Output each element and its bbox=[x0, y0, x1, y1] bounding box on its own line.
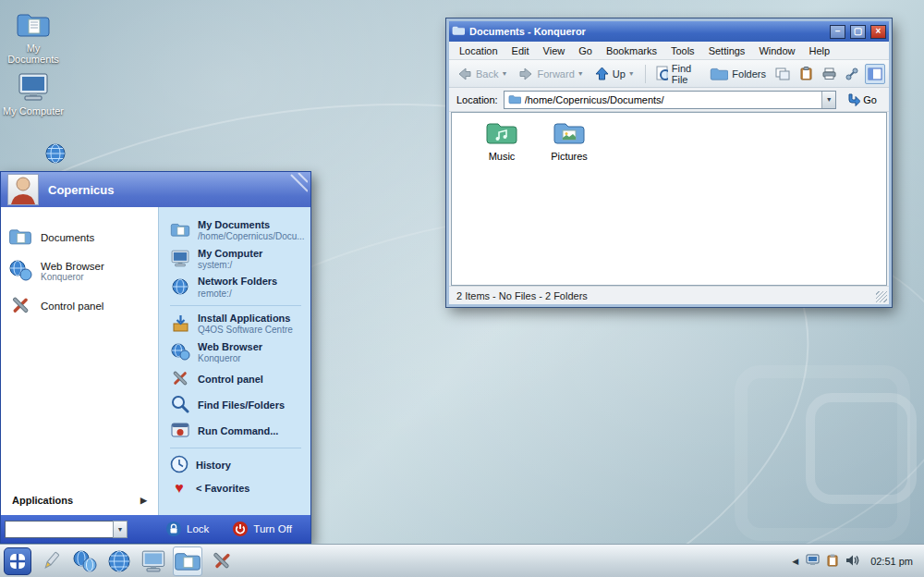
menu-go[interactable]: Go bbox=[578, 45, 592, 56]
folder-icon bbox=[8, 227, 32, 248]
up-arrow-icon bbox=[595, 67, 609, 80]
documents-folder-icon bbox=[16, 11, 51, 41]
start-menu-header: Copernicus bbox=[1, 172, 310, 207]
user-avatar bbox=[7, 174, 39, 205]
back-arrow-icon bbox=[457, 68, 472, 80]
desktop[interactable]: My Documents My Computer Documents - Kon… bbox=[0, 0, 924, 577]
submenu-arrow-icon: ▶ bbox=[140, 496, 147, 505]
menu-view[interactable]: View bbox=[543, 45, 565, 56]
desktop-icon-my-documents[interactable]: My Documents bbox=[0, 11, 67, 65]
launcher-settings-tools-icon[interactable] bbox=[207, 546, 237, 576]
location-input[interactable] bbox=[525, 92, 819, 107]
tray-display-icon[interactable] bbox=[806, 554, 820, 568]
new-window-icon[interactable] bbox=[772, 64, 793, 84]
heart-icon: ♥ bbox=[170, 481, 188, 496]
start-right-item-favorites[interactable]: ♥ < Favorites bbox=[159, 478, 310, 498]
start-menu: Copernicus Documents Web Browser Konquer… bbox=[0, 171, 311, 544]
start-left-item-control-panel[interactable]: Control panel bbox=[1, 288, 158, 324]
tray-collapse-arrow-icon[interactable]: ◀ bbox=[792, 557, 798, 566]
menu-bookmarks[interactable]: Bookmarks bbox=[606, 45, 657, 56]
forward-arrow-icon bbox=[518, 68, 533, 80]
small-folder-icon bbox=[508, 94, 521, 104]
print-icon[interactable] bbox=[819, 64, 839, 84]
start-left-item-web-browser[interactable]: Web Browser Konqueror bbox=[1, 253, 158, 288]
menu-settings[interactable]: Settings bbox=[709, 45, 746, 56]
up-button[interactable]: Up▼ bbox=[590, 64, 639, 83]
header-decoration bbox=[280, 173, 308, 199]
go-arrow-icon bbox=[846, 92, 860, 106]
status-text: 2 Items - No Files - 2 Folders bbox=[456, 290, 588, 301]
start-right-item-history[interactable]: History bbox=[159, 452, 310, 478]
find-file-button[interactable]: Find File bbox=[650, 60, 703, 88]
desktop-icon-my-computer[interactable]: My Computer bbox=[0, 72, 67, 117]
file-item-pictures[interactable]: Pictures bbox=[540, 120, 599, 162]
close-button[interactable]: × bbox=[870, 25, 886, 39]
pictures-folder-icon bbox=[553, 120, 586, 148]
clipboard-icon[interactable] bbox=[796, 64, 816, 84]
desktop-icon-label: My Documents bbox=[0, 43, 67, 65]
resize-grip[interactable] bbox=[876, 291, 887, 302]
applications-menu-item[interactable]: Applications ▶ bbox=[1, 487, 158, 509]
system-tray: ◀ 02:51 pm bbox=[792, 554, 920, 569]
sidebar-toggle-icon[interactable] bbox=[865, 64, 885, 84]
tools-icon bbox=[8, 294, 32, 318]
launcher-konqueror-icon[interactable] bbox=[104, 546, 134, 576]
maximize-button[interactable]: ▢ bbox=[850, 25, 866, 39]
menu-edit[interactable]: Edit bbox=[512, 45, 529, 56]
konqueror-window: Documents - Konqueror – ▢ × Location Edi… bbox=[446, 18, 892, 307]
menu-help[interactable]: Help bbox=[809, 45, 831, 56]
start-right-item-install-applications[interactable]: Install ApplicationsQ4OS Software Centre bbox=[159, 310, 310, 338]
start-menu-button[interactable] bbox=[4, 547, 31, 575]
padlock-icon bbox=[166, 522, 181, 536]
location-dropdown-arrow-icon[interactable]: ▼ bbox=[821, 92, 835, 108]
tray-volume-icon[interactable] bbox=[845, 554, 859, 569]
menu-location[interactable]: Location bbox=[459, 45, 498, 56]
link-icon[interactable] bbox=[842, 64, 862, 84]
folders-button[interactable]: Folders bbox=[705, 64, 771, 84]
location-combobox[interactable]: ▼ bbox=[504, 91, 837, 109]
window-titlebar[interactable]: Documents - Konqueror – ▢ × bbox=[449, 21, 889, 42]
launcher-pen-icon[interactable] bbox=[36, 546, 66, 576]
forward-button[interactable]: Forward▼ bbox=[514, 65, 588, 83]
clock[interactable]: 02:51 pm bbox=[867, 556, 917, 567]
lock-button[interactable]: Lock bbox=[159, 520, 216, 538]
taskbar: ◀ 02:51 pm bbox=[0, 544, 924, 577]
start-right-item-find-files[interactable]: Find Files/Folders bbox=[159, 392, 310, 418]
minimize-button[interactable]: – bbox=[830, 25, 845, 39]
menu-tools[interactable]: Tools bbox=[671, 45, 695, 56]
start-menu-favorites-pane: Documents Web Browser Konqueror Control … bbox=[1, 207, 158, 515]
search-dropdown-arrow-icon[interactable]: ▼ bbox=[113, 521, 128, 538]
start-right-item-web-browser[interactable]: Web BrowserKonqueror bbox=[159, 338, 310, 367]
install-icon bbox=[170, 313, 190, 334]
start-right-item-network-folders[interactable]: Network Foldersremote:/ bbox=[159, 273, 310, 301]
file-name: Music bbox=[489, 151, 516, 162]
start-right-item-run-command[interactable]: Run Command... bbox=[159, 418, 310, 444]
history-clock-icon bbox=[170, 455, 188, 475]
status-bar: 2 Items - No Files - 2 Folders bbox=[449, 286, 889, 304]
launcher-network-globes-icon[interactable] bbox=[70, 546, 100, 576]
turn-off-button[interactable]: Turn Off bbox=[225, 520, 299, 538]
toolbar-separator bbox=[645, 65, 646, 83]
launcher-file-manager-icon[interactable] bbox=[173, 546, 202, 576]
start-left-item-documents[interactable]: Documents bbox=[1, 222, 158, 253]
start-right-item-my-computer[interactable]: My Computersystem:/ bbox=[159, 245, 310, 274]
tray-clipboard-icon[interactable] bbox=[827, 554, 838, 569]
documents-folder-icon bbox=[170, 222, 190, 239]
q4os-logo-icon bbox=[8, 552, 27, 571]
file-view[interactable]: Music Pictures bbox=[451, 112, 887, 286]
start-right-item-my-documents[interactable]: My Documents/home/Copernicus/Docu... bbox=[159, 216, 310, 245]
file-item-music[interactable]: Music bbox=[472, 120, 531, 162]
launcher-display-icon[interactable] bbox=[139, 546, 168, 576]
folders-icon bbox=[710, 67, 728, 81]
web-browser-icon bbox=[170, 342, 190, 362]
search-input[interactable] bbox=[5, 521, 114, 538]
menu-separator bbox=[170, 448, 301, 448]
menu-window[interactable]: Window bbox=[759, 45, 795, 56]
run-command-icon bbox=[170, 421, 190, 441]
back-button[interactable]: Back▼ bbox=[453, 65, 512, 83]
start-menu-footer: ▼ Lock Turn Off bbox=[1, 515, 310, 543]
go-button[interactable]: Go bbox=[842, 91, 881, 108]
user-name: Copernicus bbox=[48, 183, 115, 197]
desktop-icon-partially-hidden[interactable] bbox=[22, 142, 89, 166]
start-right-item-control-panel[interactable]: Control panel bbox=[159, 366, 310, 392]
